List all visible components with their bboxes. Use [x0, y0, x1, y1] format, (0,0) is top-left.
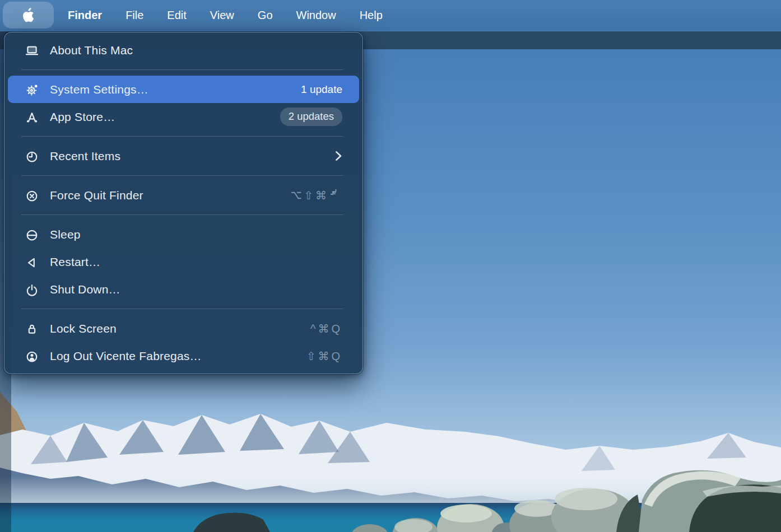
menu-separator [21, 136, 343, 137]
lock-icon [25, 322, 39, 335]
menu-bar-item-view[interactable]: View [198, 0, 246, 31]
keyboard-shortcut: ⇧⌘ [290, 189, 342, 202]
escape-key-icon [331, 189, 342, 201]
updates-count-badge: 2 updates [280, 108, 342, 127]
menu-item-label: System Settings… [50, 83, 148, 96]
user-circle-icon [25, 349, 39, 363]
app-store-icon [25, 110, 39, 124]
menu-separator [21, 309, 343, 309]
menu-item-label: Force Quit Finder [50, 189, 143, 202]
restart-icon [25, 255, 39, 269]
menu-item-label: Log Out Vicente Fabregas… [50, 349, 202, 363]
apple-menu: About This Mac System Settings… 1 update [4, 32, 363, 374]
chevron-right-icon [335, 151, 342, 161]
clock-icon [25, 150, 39, 163]
menu-bar-app-name[interactable]: Finder [56, 0, 114, 31]
menu-item-force-quit[interactable]: Force Quit Finder ⇧⌘ [8, 181, 359, 209]
menu-item-label: Restart… [50, 255, 100, 269]
menu-item-label: Lock Screen [50, 322, 117, 335]
menu-item-system-settings[interactable]: System Settings… 1 update [8, 76, 359, 103]
menu-item-log-out[interactable]: Log Out Vicente Fabregas… ⇧⌘Q [8, 342, 359, 370]
menu-item-lock-screen[interactable]: Lock Screen ^⌘Q [8, 315, 359, 342]
menu-item-label: Recent Items [50, 150, 120, 163]
desktop-screen: Finder File Edit View Go Window Help Abo… [0, 0, 781, 532]
menu-separator [21, 175, 343, 176]
menu-item-label: Shut Down… [50, 283, 120, 296]
menu-bar-items: Finder File Edit View Go Window Help [56, 0, 394, 31]
apple-menu-button[interactable] [3, 2, 54, 29]
menu-bar-item-edit[interactable]: Edit [155, 0, 198, 31]
update-count-badge: 1 update [301, 83, 342, 96]
menu-bar: Finder File Edit View Go Window Help [0, 0, 781, 31]
menu-bar-item-file[interactable]: File [114, 0, 155, 31]
menu-bar-item-help[interactable]: Help [348, 0, 394, 31]
menu-item-label: About This Mac [50, 44, 133, 57]
option-key-icon [290, 189, 302, 201]
power-icon [25, 283, 39, 296]
laptop-icon [25, 44, 39, 57]
keyboard-shortcut: ^⌘Q [310, 322, 342, 335]
menu-bar-item-go[interactable]: Go [246, 0, 285, 31]
menu-separator [21, 69, 343, 70]
menu-item-label: App Store… [50, 110, 115, 124]
keyboard-shortcut: ⇧⌘Q [306, 349, 342, 363]
menu-item-label: Sleep [50, 228, 81, 241]
menu-item-app-store[interactable]: App Store… 2 updates [8, 103, 359, 130]
menu-item-restart[interactable]: Restart… [8, 248, 359, 276]
menu-item-sleep[interactable]: Sleep [8, 221, 359, 248]
sleep-icon [25, 228, 39, 241]
apple-logo-icon [21, 7, 36, 24]
menu-bar-item-window[interactable]: Window [285, 0, 348, 31]
menu-separator [21, 214, 343, 215]
circle-x-icon [25, 189, 39, 202]
shortcut-keys: ⇧⌘ [304, 189, 329, 202]
gear-icon [25, 83, 39, 96]
menu-item-recent-items[interactable]: Recent Items [8, 142, 359, 170]
menu-item-shut-down[interactable]: Shut Down… [8, 276, 359, 303]
menu-item-about-this-mac[interactable]: About This Mac [8, 36, 359, 64]
